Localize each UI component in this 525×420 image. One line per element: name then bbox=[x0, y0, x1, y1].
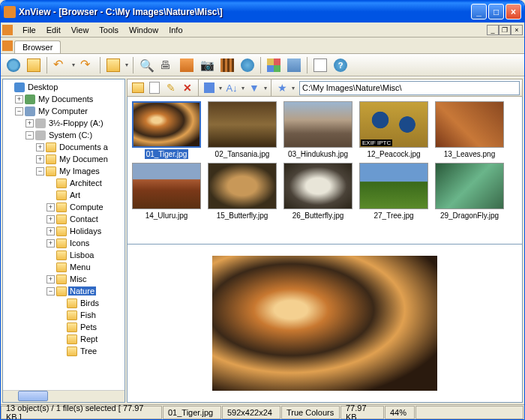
acquire-button[interactable]: 📷 bbox=[197, 56, 217, 75]
filter-button[interactable]: ▼ bbox=[246, 80, 262, 95]
tree-node[interactable]: +Misc bbox=[3, 273, 124, 285]
thumbnail-item[interactable]: 13_Leaves.png bbox=[434, 101, 506, 159]
convert-button[interactable] bbox=[177, 56, 196, 75]
thumbnail-item[interactable]: 01_Tiger.jpg bbox=[130, 101, 202, 159]
folder-tree[interactable]: Desktop+My Documents−My Computer+3½-Flop… bbox=[3, 80, 124, 390]
thumbnail-grid[interactable]: 01_Tiger.jpg02_Tansania.jpg03_Hindukush.… bbox=[127, 97, 523, 244]
tree-node[interactable]: Desktop bbox=[3, 81, 124, 93]
view-mode-button[interactable] bbox=[201, 80, 218, 95]
thumbnail-item[interactable]: 14_Uluru.jpg bbox=[130, 163, 202, 220]
web-button[interactable] bbox=[238, 56, 257, 75]
mdi-restore[interactable]: ❐ bbox=[499, 25, 511, 35]
sort-menu[interactable] bbox=[240, 78, 246, 98]
menu-view[interactable]: View bbox=[66, 24, 94, 36]
tree-node[interactable]: −System (C:) bbox=[3, 129, 124, 141]
open-button[interactable] bbox=[104, 56, 123, 75]
delete-button[interactable]: ✕ bbox=[179, 80, 196, 95]
tree-label: Tree bbox=[79, 346, 98, 356]
status-colordepth: True Colours bbox=[281, 406, 340, 419]
tree-node[interactable]: Art bbox=[3, 189, 124, 201]
tree-label: Contact bbox=[68, 214, 100, 224]
maximize-button[interactable]: □ bbox=[488, 4, 504, 20]
new-folder-button[interactable] bbox=[24, 56, 44, 75]
rotate-cw-button[interactable]: ↷ bbox=[77, 56, 97, 75]
thumbnail-item[interactable]: EXIF IPTC12_Peacock.jpg bbox=[358, 101, 430, 159]
tree-scrollbar[interactable] bbox=[3, 390, 124, 402]
tree-node[interactable]: Fish bbox=[3, 309, 124, 321]
mdi-minimize[interactable]: _ bbox=[487, 25, 499, 35]
tree-node[interactable]: +Documents a bbox=[3, 141, 124, 153]
filter-menu[interactable] bbox=[262, 78, 268, 98]
mydoc-icon bbox=[25, 94, 35, 104]
up-folder-button[interactable] bbox=[130, 80, 146, 95]
tree-label: Lisboa bbox=[68, 250, 95, 260]
tree-node[interactable]: +Holidays bbox=[3, 225, 124, 237]
tree-node[interactable]: +My Documents bbox=[3, 93, 124, 105]
thumbnail-item[interactable]: 26_Butterfly.jpg bbox=[282, 163, 354, 220]
sort-button[interactable]: A↓ bbox=[224, 80, 240, 95]
menu-info[interactable]: Info bbox=[164, 24, 188, 36]
zoom-button[interactable]: 🔍 bbox=[136, 56, 156, 75]
edit-button[interactable]: ✎ bbox=[163, 80, 179, 95]
tree-node[interactable]: Architect bbox=[3, 177, 124, 189]
desktop-icon bbox=[14, 82, 25, 92]
close-button[interactable]: × bbox=[506, 4, 521, 20]
tree-node[interactable]: −My Images bbox=[3, 165, 124, 177]
open-menu[interactable] bbox=[124, 56, 130, 75]
tree-node[interactable]: Pets bbox=[3, 321, 124, 333]
help-button[interactable]: ? bbox=[331, 56, 350, 75]
tree-label: Birds bbox=[79, 298, 100, 308]
tree-node[interactable]: Menu bbox=[3, 261, 124, 273]
rotate-ccw-menu[interactable] bbox=[70, 56, 76, 75]
tree-node[interactable]: Lisboa bbox=[3, 249, 124, 261]
tree-label: Menu bbox=[68, 262, 92, 272]
address-bar[interactable]: C:\My Images\Nature\Misc\ bbox=[299, 81, 520, 95]
minimize-button[interactable]: _ bbox=[471, 4, 487, 20]
favorite-button[interactable]: ★ bbox=[274, 80, 290, 95]
tree-node[interactable]: −Nature bbox=[3, 285, 124, 297]
thumbnail-item[interactable]: 29_DragonFly.jpg bbox=[434, 163, 506, 220]
tree-label: My Computer bbox=[37, 106, 89, 116]
folder-icon bbox=[67, 334, 77, 344]
options-button[interactable] bbox=[310, 56, 330, 75]
print-button[interactable]: 🖶 bbox=[157, 56, 176, 75]
tree-label: Architect bbox=[68, 178, 104, 188]
tree-node[interactable]: Birds bbox=[3, 297, 124, 309]
folder-icon bbox=[56, 262, 67, 272]
preview-pane bbox=[127, 244, 523, 403]
new-button[interactable] bbox=[146, 80, 163, 95]
menu-edit[interactable]: Edit bbox=[41, 24, 66, 36]
tree-node[interactable]: +Icons bbox=[3, 237, 124, 249]
thumbnail-item[interactable]: 03_Hindukush.jpg bbox=[282, 101, 354, 159]
tab-browser[interactable]: Browser bbox=[14, 40, 61, 53]
slideshow-button[interactable] bbox=[218, 56, 237, 75]
tree-node[interactable]: −My Computer bbox=[3, 105, 124, 117]
tree-node[interactable]: +3½-Floppy (A:) bbox=[3, 117, 124, 129]
titlebar: XnView - [Browser - C:\My Images\Nature\… bbox=[1, 1, 524, 22]
folder-icon bbox=[56, 238, 67, 248]
folder-icon bbox=[56, 202, 67, 212]
grid-view-button[interactable] bbox=[264, 56, 284, 75]
adjust-button[interactable] bbox=[284, 56, 304, 75]
thumbnail-item[interactable]: 15_Butterfly.jpg bbox=[206, 163, 278, 220]
thumbnail-item[interactable]: 27_Tree.jpg bbox=[358, 163, 430, 220]
view-mode-menu[interactable] bbox=[218, 78, 224, 98]
folder-icon bbox=[56, 178, 67, 188]
tree-node[interactable]: +Compute bbox=[3, 201, 124, 213]
tree-node[interactable]: Rept bbox=[3, 333, 124, 345]
tree-node[interactable]: +Contact bbox=[3, 213, 124, 225]
menu-file[interactable]: File bbox=[17, 24, 41, 36]
favorite-menu[interactable] bbox=[290, 78, 296, 98]
tree-node[interactable]: Tree bbox=[3, 345, 124, 357]
view-fullscreen-button[interactable] bbox=[4, 56, 23, 75]
status-filesize: 77.97 KB bbox=[340, 406, 384, 419]
mdi-close[interactable]: × bbox=[511, 25, 523, 35]
menubar: FileEditViewToolsWindowInfo _ ❐ × bbox=[1, 22, 524, 38]
rotate-ccw-button[interactable]: ↶ bbox=[50, 56, 70, 75]
folder-icon bbox=[67, 322, 77, 332]
thumbnail-item[interactable]: 02_Tansania.jpg bbox=[206, 101, 278, 159]
thumbnail-image bbox=[435, 101, 504, 148]
tree-node[interactable]: +My Documen bbox=[3, 153, 124, 165]
menu-window[interactable]: Window bbox=[124, 24, 164, 36]
menu-tools[interactable]: Tools bbox=[94, 24, 124, 36]
